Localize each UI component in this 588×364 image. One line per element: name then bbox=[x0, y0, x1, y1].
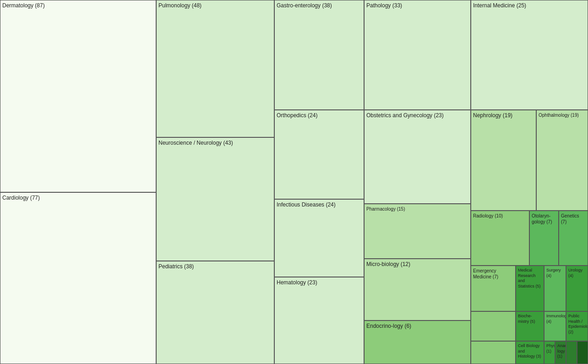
gastroenterology-cell[interactable]: Gastro-enterology (38) bbox=[274, 0, 364, 110]
ophthalmology-cell[interactable]: Ophthalmology (19) bbox=[536, 110, 588, 211]
pulmonology-label: Pulmonology (48) bbox=[158, 2, 272, 10]
extra1 bbox=[566, 341, 577, 364]
microbiology-label: Micro-biology (12) bbox=[366, 261, 468, 268]
genetics-cell[interactable]: Genetics (7) bbox=[559, 211, 588, 266]
ophthalmology-label: Ophthalmology (19) bbox=[539, 112, 586, 118]
physiology-cell[interactable]: Physiology (1) bbox=[544, 341, 555, 364]
emergency-cell[interactable]: Emergency Medicine (7) bbox=[471, 266, 516, 311]
obstetrics-label: Obstetrics and Gynecology (23) bbox=[366, 112, 468, 120]
neuroscience-cell[interactable]: Neuroscience / Neurology (43) bbox=[156, 137, 274, 261]
otolaryngology-cell[interactable]: Otolaryn-gology (7) bbox=[529, 211, 559, 266]
cardiology-cell[interactable]: Cardiology (77) bbox=[0, 192, 156, 364]
orthopedics-cell[interactable]: Orthopedics (24) bbox=[274, 110, 364, 199]
surgery-cell[interactable]: Surgery (4) bbox=[544, 266, 566, 311]
emergency-label: Emergency Medicine (7) bbox=[473, 268, 513, 280]
radiology-cell[interactable]: Radiology (10) bbox=[471, 211, 529, 266]
surgery-label: Surgery (4) bbox=[546, 268, 564, 278]
extra2 bbox=[577, 341, 588, 364]
immunology-cell[interactable]: Immunology (4) bbox=[544, 311, 566, 341]
public-health-label: Public Health / Epidemiology (2) bbox=[568, 314, 586, 335]
neuroscience-label: Neuroscience / Neurology (43) bbox=[158, 140, 272, 147]
pediatrics-cell[interactable]: Pediatrics (38) bbox=[156, 261, 274, 364]
medical-research-label: Medical Research and Statistics (5) bbox=[518, 268, 542, 289]
biochemistry-label: Bioche-mistry (5) bbox=[518, 314, 542, 324]
dermatology-cell[interactable]: Dermatology (87) bbox=[0, 0, 156, 192]
genetics-label: Genetics (7) bbox=[561, 213, 586, 225]
anaesthesiology-label: Anaesthesio-logy (1) bbox=[557, 343, 564, 359]
pharmacology-label: Pharmacology (15) bbox=[366, 206, 468, 212]
endocrinology-label: Endocrino-logy (6) bbox=[366, 323, 468, 330]
internal-medicine-cell[interactable]: Internal Medicine (25) bbox=[471, 0, 588, 110]
orthopedics-label: Orthopedics (24) bbox=[277, 112, 362, 120]
endo-filler bbox=[471, 341, 516, 364]
medical-research-cell[interactable]: Medical Research and Statistics (5) bbox=[516, 266, 544, 311]
cell-biology-label: Cell Biology and Histology (3) bbox=[518, 343, 542, 359]
hematology-label: Hematology (23) bbox=[277, 279, 362, 287]
pediatrics-label: Pediatrics (38) bbox=[158, 263, 272, 271]
nephrology-cell[interactable]: Nephrology (19) bbox=[471, 110, 536, 211]
cardiology-label: Cardiology (77) bbox=[2, 195, 154, 202]
dermatology-label: Dermatology (87) bbox=[2, 2, 154, 10]
physiology-label: Physiology (1) bbox=[546, 343, 553, 354]
public-health-cell[interactable]: Public Health / Epidemiology (2) bbox=[566, 311, 588, 341]
urology-label: Urology (4) bbox=[568, 268, 586, 278]
gastroenterology-label: Gastro-enterology (38) bbox=[277, 2, 362, 10]
pathology-cell[interactable]: Pathology (33) bbox=[364, 0, 471, 110]
nephrology-label: Nephrology (19) bbox=[473, 112, 534, 120]
microbiology-cell[interactable]: Micro-biology (12) bbox=[364, 259, 471, 321]
otolaryngology-label: Otolaryn-gology (7) bbox=[532, 213, 556, 225]
treemap: Dermatology (87) Cardiology (77) Pulmono… bbox=[0, 0, 588, 364]
radiology-label: Radiology (10) bbox=[473, 213, 527, 219]
cell-biology-cell[interactable]: Cell Biology and Histology (3) bbox=[516, 341, 544, 364]
pathology-label: Pathology (33) bbox=[366, 2, 468, 10]
infectious-label: Infectious Diseases (24) bbox=[277, 201, 362, 209]
urology-cell[interactable]: Urology (4) bbox=[566, 266, 588, 311]
biochemistry-cell[interactable]: Bioche-mistry (5) bbox=[516, 311, 544, 341]
pharmacology-cell[interactable]: Pharmacology (15) bbox=[364, 204, 471, 259]
endocrinology-bottom-cell[interactable] bbox=[471, 311, 516, 341]
immunology-label: Immunology (4) bbox=[546, 314, 564, 324]
obstetrics-cell[interactable]: Obstetrics and Gynecology (23) bbox=[364, 110, 471, 204]
infectious-cell[interactable]: Infectious Diseases (24) bbox=[274, 199, 364, 277]
anaesthesiology-cell[interactable]: Anaesthesio-logy (1) bbox=[555, 341, 566, 364]
hematology-cell[interactable]: Hematology (23) bbox=[274, 277, 364, 364]
internal-medicine-label: Internal Medicine (25) bbox=[473, 2, 586, 10]
pulmonology-cell[interactable]: Pulmonology (48) bbox=[156, 0, 274, 137]
endocrinology-cell[interactable]: Endocrino-logy (6) bbox=[364, 321, 471, 364]
